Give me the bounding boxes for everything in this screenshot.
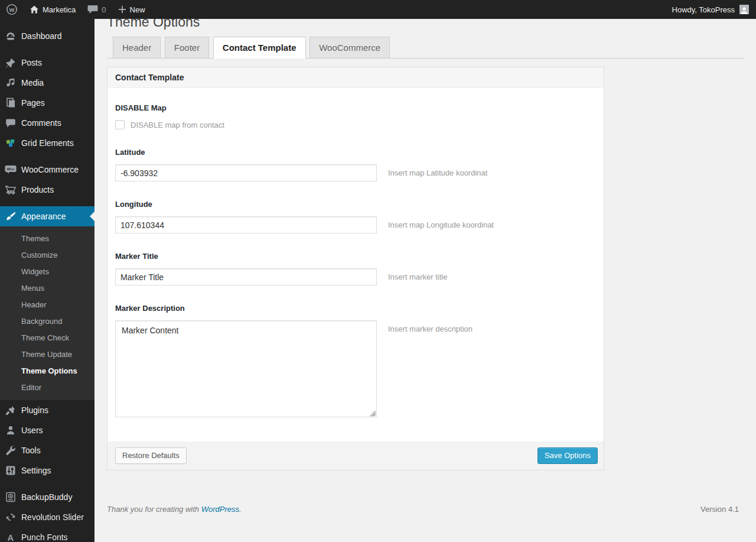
- tab-woocommerce[interactable]: WooCommerce: [309, 37, 390, 58]
- grid-elements-icon: [5, 137, 17, 149]
- submenu-item-theme-update[interactable]: Theme Update: [0, 346, 94, 363]
- footer-thanks-text: Thank you for creating with WordPress.: [107, 505, 242, 514]
- sidebar-item-label: Punch Fonts: [21, 533, 68, 542]
- tab-footer[interactable]: Footer: [165, 37, 209, 58]
- new-content-menu[interactable]: New: [112, 0, 151, 19]
- sidebar-item-users[interactable]: Users: [0, 420, 94, 440]
- sidebar-item-backupbuddy[interactable]: BackupBuddy: [0, 487, 94, 507]
- main-content: Theme Options Header Footer Contact Temp…: [94, 0, 756, 525]
- refresh-arrows-icon: [5, 511, 17, 523]
- sidebar-item-pages[interactable]: Pages: [0, 93, 94, 113]
- sidebar-item-label: Users: [21, 426, 43, 435]
- appearance-submenu: Themes Customize Widgets Menus Header Ba…: [0, 226, 94, 400]
- sidebar-item-label: Comments: [21, 118, 61, 128]
- comment-bubble-icon: [87, 5, 98, 14]
- submenu-item-customize[interactable]: Customize: [0, 247, 94, 264]
- latitude-input[interactable]: [115, 164, 377, 181]
- disable-map-checkbox[interactable]: [115, 120, 125, 129]
- field-marker-title: Marker Title Insert marker title: [115, 252, 596, 285]
- media-icon: [5, 77, 17, 89]
- admin-sidebar: Dashboard Posts Media Pages Commen: [0, 19, 94, 542]
- wordpress-logo-menu[interactable]: W: [0, 0, 24, 19]
- marker-description-textarea[interactable]: Marker Content: [115, 320, 377, 417]
- latitude-desc: Insert map Latitude koordinat: [388, 164, 487, 177]
- sidebar-item-label: Revolution Slider: [21, 512, 84, 522]
- sidebar-item-media[interactable]: Media: [0, 73, 94, 93]
- panel-footer: Restore Defaults Save Options: [107, 442, 604, 470]
- field-marker-description: Marker Description Marker Content Insert…: [115, 304, 596, 419]
- wrench-icon: [5, 444, 17, 456]
- menu-separator: [0, 153, 94, 160]
- sidebar-item-posts[interactable]: Posts: [0, 53, 94, 73]
- admin-footer: Thank you for creating with WordPress. V…: [107, 505, 745, 525]
- site-name-label: Marketica: [43, 5, 76, 14]
- marker-title-desc: Insert marker title: [388, 268, 447, 281]
- contact-template-panel: Contact Template DISABLE Map DISABLE map…: [107, 67, 604, 470]
- sidebar-item-products[interactable]: Products: [0, 180, 94, 200]
- sidebar-item-tools[interactable]: Tools: [0, 440, 94, 460]
- marker-description-label: Marker Description: [115, 304, 596, 313]
- panel-header: Contact Template: [107, 67, 604, 88]
- svg-text:Woo: Woo: [7, 167, 15, 171]
- sidebar-item-label: Posts: [21, 58, 42, 67]
- marker-description-desc: Insert marker description: [388, 320, 472, 333]
- avatar[interactable]: [739, 5, 749, 14]
- sidebar-item-label: WooCommerce: [21, 165, 79, 174]
- menu-separator: [0, 46, 94, 53]
- sidebar-item-dashboard[interactable]: Dashboard: [0, 26, 94, 46]
- comment-count: 0: [102, 5, 106, 14]
- submenu-item-editor[interactable]: Editor: [0, 379, 94, 396]
- sidebar-item-label: Grid Elements: [21, 138, 74, 148]
- field-disable-map: DISABLE Map DISABLE map from contact: [115, 103, 596, 129]
- save-options-button[interactable]: Save Options: [537, 447, 598, 464]
- sidebar-item-settings[interactable]: Settings: [0, 460, 94, 481]
- home-icon: [30, 5, 39, 14]
- pushpin-icon: [5, 57, 17, 69]
- longitude-input[interactable]: [115, 216, 377, 233]
- submenu-item-theme-check[interactable]: Theme Check: [0, 330, 94, 346]
- sidebar-item-grid-elements[interactable]: Grid Elements: [0, 133, 94, 153]
- sidebar-item-punch-fonts[interactable]: A Punch Fonts: [0, 527, 94, 542]
- sidebar-item-appearance[interactable]: Appearance: [0, 206, 94, 226]
- longitude-label: Longitude: [115, 200, 596, 209]
- panel-body: DISABLE Map DISABLE map from contact Lat…: [107, 88, 604, 442]
- plus-icon: [118, 5, 126, 14]
- latitude-label: Latitude: [115, 148, 596, 157]
- menu-separator: [0, 200, 94, 206]
- dashboard-icon: [5, 30, 17, 42]
- submenu-item-menus[interactable]: Menus: [0, 280, 94, 297]
- marker-title-label: Marker Title: [115, 252, 596, 261]
- wordpress-logo-icon: W: [6, 4, 18, 15]
- site-name-menu[interactable]: Marketica: [24, 0, 82, 19]
- comments-admin-bar-item[interactable]: 0: [82, 0, 112, 19]
- submenu-item-theme-options[interactable]: Theme Options: [0, 363, 94, 379]
- submenu-item-background[interactable]: Background: [0, 313, 94, 330]
- sidebar-item-woocommerce[interactable]: Woo WooCommerce: [0, 160, 94, 180]
- submenu-item-themes[interactable]: Themes: [0, 231, 94, 247]
- tab-contact-template[interactable]: Contact Template: [213, 37, 306, 59]
- submenu-item-widgets[interactable]: Widgets: [0, 264, 94, 280]
- tab-header[interactable]: Header: [113, 37, 161, 58]
- appearance-brush-icon: [5, 210, 17, 222]
- font-a-icon: A: [5, 531, 17, 542]
- woocommerce-icon: Woo: [5, 164, 17, 176]
- sidebar-item-comments[interactable]: Comments: [0, 113, 94, 133]
- sidebar-item-label: Appearance: [21, 212, 66, 221]
- field-latitude: Latitude Insert map Latitude koordinat: [115, 148, 596, 181]
- sidebar-item-label: Plugins: [21, 405, 48, 415]
- submenu-item-header[interactable]: Header: [0, 297, 94, 313]
- sidebar-item-label: BackupBuddy: [21, 492, 72, 502]
- restore-defaults-button[interactable]: Restore Defaults: [115, 447, 187, 464]
- disable-map-checkbox-label: DISABLE map from contact: [131, 121, 224, 129]
- comments-icon: [5, 117, 17, 129]
- howdy-account-menu[interactable]: Howdy, TokoPress: [672, 5, 735, 14]
- user-icon: [5, 424, 17, 436]
- marker-title-input[interactable]: [115, 268, 377, 285]
- new-label: New: [130, 5, 145, 14]
- sidebar-item-label: Tools: [21, 446, 41, 455]
- disable-map-label: DISABLE Map: [115, 103, 596, 112]
- wordpress-link[interactable]: WordPress: [201, 505, 239, 514]
- longitude-desc: Insert map Longitude koordinat: [388, 216, 494, 229]
- sidebar-item-plugins[interactable]: Plugins: [0, 400, 94, 420]
- sidebar-item-revolution-slider[interactable]: Revolution Slider: [0, 507, 94, 527]
